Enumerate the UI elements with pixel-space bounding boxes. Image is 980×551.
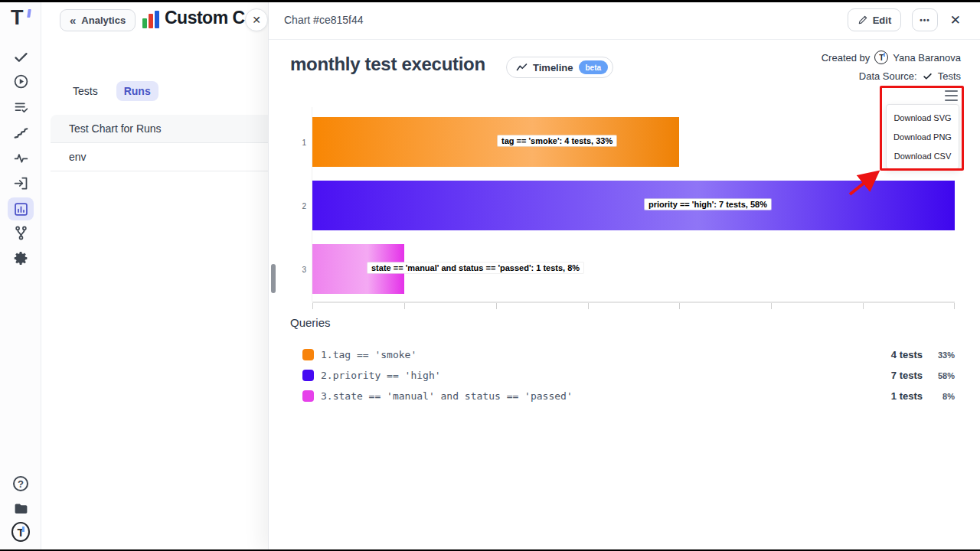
settings-icon[interactable] [11, 249, 30, 267]
chart-list: Test Chart for Runs env [51, 115, 268, 171]
milestones-icon[interactable] [11, 123, 30, 142]
app-logo[interactable]: T [11, 6, 23, 30]
close-icon: ✕ [950, 13, 961, 28]
projects-icon[interactable] [11, 499, 30, 517]
queries-legend: 1. tag == 'smoke' 4 tests 33% 2. priorit… [302, 344, 955, 406]
plans-icon[interactable] [11, 98, 30, 116]
chevrons-left-icon: « [70, 14, 76, 27]
y-tick-3: 3 [292, 266, 306, 274]
query-percentage: 58% [923, 371, 955, 380]
import-icon[interactable] [11, 174, 30, 192]
scrollbar-thumb[interactable] [271, 264, 276, 293]
creator-name: Yana Baranova [893, 52, 961, 64]
panel-title: Custom C [165, 8, 250, 34]
list-item-test-chart-for-runs[interactable]: Test Chart for Runs [51, 115, 268, 143]
menu-item-download-png[interactable]: Download PNG [887, 127, 959, 146]
query-row: 3. state == 'manual' and status == 'pass… [302, 386, 955, 406]
query-percentage: 33% [923, 350, 955, 360]
query-number: 2. [321, 370, 333, 381]
screen-edge-top [0, 0, 980, 2]
more-options-button[interactable]: ••• [912, 8, 938, 31]
chart-menu-icon[interactable] [945, 90, 958, 101]
query-text: state == 'manual' and status == 'passed' [333, 390, 573, 402]
created-by-row: Created by T Yana Baranova [822, 51, 961, 64]
timeline-toggle-button[interactable]: Timeline beta [506, 57, 613, 78]
ellipsis-icon: ••• [920, 16, 930, 24]
edit-button[interactable]: Edit [848, 8, 902, 31]
timeline-label: Timeline [533, 62, 573, 73]
panel-close-button[interactable]: ✕ [245, 8, 268, 31]
chart-id-title: Chart #ce815f44 [284, 14, 364, 26]
bar-priority-high [312, 181, 955, 230]
edit-button-label: Edit [873, 15, 892, 26]
bar-chart-emoji-icon [142, 10, 160, 30]
data-source-value: Tests [938, 70, 961, 82]
query-row: 2. priority == 'high' 7 tests 58% [302, 365, 955, 386]
bar-label-2: priority == 'high': 7 tests, 58% [645, 199, 771, 210]
tabs: Tests Runs [65, 81, 158, 101]
query-number: 3. [321, 390, 333, 402]
runs-icon[interactable] [11, 72, 30, 90]
query-text: tag == 'smoke' [333, 349, 417, 360]
drawer-header: Chart #ce815f44 Edit ••• ✕ [269, 0, 980, 40]
bar-label-3: state == 'manual' and status == 'passed'… [368, 262, 583, 273]
tests-icon[interactable] [11, 47, 30, 66]
icon-sidebar: T ? T [0, 0, 41, 551]
menu-item-download-svg[interactable]: Download SVG [887, 108, 959, 127]
query-tests-count: 1 tests [869, 390, 923, 402]
help-icon[interactable]: ? [11, 474, 30, 493]
user-avatar[interactable]: T [11, 523, 30, 541]
query-row: 1. tag == 'smoke' 4 tests 33% [302, 344, 955, 365]
download-menu: Download SVG Download PNG Download CSV [886, 104, 959, 169]
analytics-icon[interactable] [8, 197, 34, 220]
y-tick-2: 2 [292, 202, 306, 210]
bar-smoke [312, 117, 679, 167]
swatch-indigo [302, 370, 314, 381]
data-source-label: Data Source: [859, 70, 917, 82]
data-source-row: Data Source: Tests [859, 70, 961, 82]
menu-item-download-csv[interactable]: Download CSV [887, 146, 959, 165]
back-button-label: Analytics [81, 15, 126, 26]
swatch-orange [302, 349, 314, 360]
branches-icon[interactable] [11, 223, 30, 242]
y-tick-1: 1 [292, 139, 306, 147]
query-tests-count: 4 tests [869, 349, 923, 360]
swatch-magenta [302, 390, 314, 402]
charts-panel: « Analytics Custom C ✕ Tests Runs Test C… [41, 0, 268, 551]
check-icon [923, 71, 933, 81]
chart-title: monthly test execution [290, 54, 485, 75]
pulse-icon[interactable] [11, 148, 30, 167]
back-to-analytics-button[interactable]: « Analytics [60, 9, 136, 31]
created-by-label: Created by [822, 52, 871, 64]
close-icon: ✕ [252, 14, 261, 26]
tab-tests[interactable]: Tests [65, 81, 106, 101]
query-text: priority == 'high' [333, 370, 441, 381]
trend-line-icon [516, 63, 528, 73]
bar-chart-plot: 1 2 3 tag == 'smoke': 4 tests, 33% prior… [312, 107, 955, 302]
list-item-env[interactable]: env [51, 143, 268, 171]
query-tests-count: 7 tests [869, 370, 923, 381]
beta-badge: beta [579, 60, 609, 74]
query-number: 1. [321, 349, 333, 360]
chart-drawer: Chart #ce815f44 Edit ••• ✕ monthly test … [268, 0, 980, 551]
creator-avatar: T [874, 51, 888, 64]
pencil-icon [858, 15, 868, 25]
app-logo-accent [27, 9, 31, 18]
query-percentage: 8% [923, 392, 955, 401]
tab-runs[interactable]: Runs [116, 81, 158, 101]
bar-label-1: tag == 'smoke': 4 tests, 33% [498, 135, 616, 146]
drawer-close-button[interactable]: ✕ [949, 12, 962, 28]
x-axis [312, 302, 955, 303]
queries-heading: Queries [290, 316, 331, 329]
